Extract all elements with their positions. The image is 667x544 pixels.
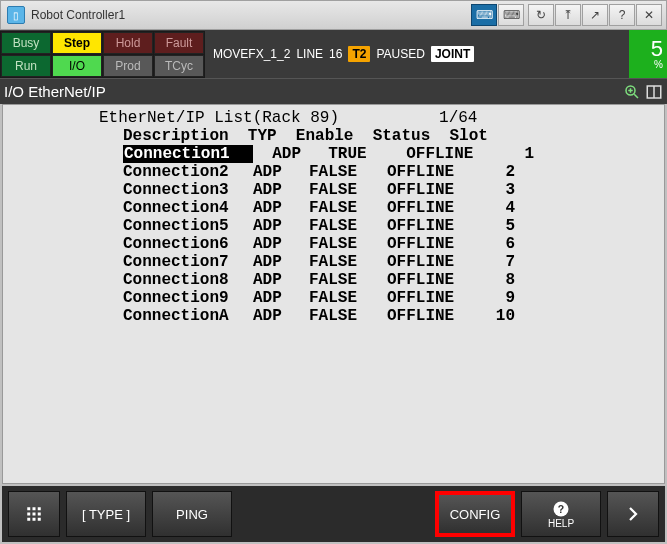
table-row[interactable]: Connection8ADPFALSEOFFLINE8 — [123, 271, 658, 289]
app-icon: ▯ — [7, 6, 25, 24]
svg-rect-10 — [33, 513, 36, 516]
row-type: ADP — [253, 253, 309, 271]
status-prod[interactable]: Prod — [103, 55, 153, 77]
row-description: ConnectionA — [123, 307, 253, 325]
external-icon[interactable]: ↗ — [582, 4, 608, 26]
row-status: OFFLINE — [387, 199, 477, 217]
row-slot: 9 — [477, 289, 515, 307]
speed-value: 5 — [651, 38, 663, 60]
help-icon[interactable]: ? — [609, 4, 635, 26]
row-description: Connection6 — [123, 235, 253, 253]
row-enable: TRUE — [328, 145, 406, 163]
row-status: OFFLINE — [387, 253, 477, 271]
status-header: Busy Step Hold Fault Run I/O Prod TCyc M… — [0, 30, 667, 78]
row-status: OFFLINE — [387, 235, 477, 253]
titlebar: ▯ Robot Controller1 ⌨ ⌨ ↻ ⤒ ↗ ? ✕ — [0, 0, 667, 30]
row-type: ADP — [253, 181, 309, 199]
zoom-icon[interactable] — [623, 83, 641, 101]
row-status: OFFLINE — [387, 271, 477, 289]
svg-rect-8 — [38, 507, 41, 510]
page-subheader: I/O EtherNet/IP — [0, 78, 667, 104]
list-title: EtherNet/IP List(Rack 89) — [99, 109, 339, 127]
column-headers: Description TYP Enable Status Slot — [123, 127, 658, 145]
row-description: Connection9 — [123, 289, 253, 307]
row-type: ADP — [253, 307, 309, 325]
svg-line-1 — [634, 94, 638, 98]
row-enable: FALSE — [309, 235, 387, 253]
status-fault[interactable]: Fault — [154, 32, 204, 54]
ping-button[interactable]: PING — [152, 491, 232, 537]
row-slot: 1 — [496, 145, 534, 163]
next-button[interactable] — [607, 491, 659, 537]
row-type: ADP — [253, 199, 309, 217]
svg-rect-12 — [27, 518, 30, 521]
menu-button[interactable] — [8, 491, 60, 537]
refresh-icon[interactable]: ↻ — [528, 4, 554, 26]
row-slot: 8 — [477, 271, 515, 289]
row-slot: 4 — [477, 199, 515, 217]
svg-rect-14 — [38, 518, 41, 521]
line-number: 16 — [329, 47, 342, 61]
speed-unit: % — [654, 60, 663, 70]
table-row[interactable]: Connection5ADPFALSEOFFLINE5 — [123, 217, 658, 235]
row-slot: 3 — [477, 181, 515, 199]
table-row[interactable]: Connection2ADPFALSEOFFLINE2 — [123, 163, 658, 181]
row-enable: FALSE — [309, 289, 387, 307]
status-io[interactable]: I/O — [52, 55, 102, 77]
table-row[interactable]: Connection9ADPFALSEOFFLINE9 — [123, 289, 658, 307]
table-row[interactable]: Connection3ADPFALSEOFFLINE3 — [123, 181, 658, 199]
run-state: PAUSED — [376, 47, 424, 61]
row-type: ADP — [253, 289, 309, 307]
teach-mode: T2 — [348, 46, 370, 62]
panel-layout-icon[interactable] — [645, 83, 663, 101]
table-row[interactable]: Connection7ADPFALSEOFFLINE7 — [123, 253, 658, 271]
table-row[interactable]: Connection6ADPFALSEOFFLINE6 — [123, 235, 658, 253]
table-row[interactable]: ConnectionAADPFALSEOFFLINE10 — [123, 307, 658, 325]
row-slot: 6 — [477, 235, 515, 253]
upload-icon[interactable]: ⤒ — [555, 4, 581, 26]
speed-indicator[interactable]: 5 % — [629, 30, 667, 78]
row-description: Connection3 — [123, 181, 253, 199]
row-enable: FALSE — [309, 307, 387, 325]
status-step[interactable]: Step — [52, 32, 102, 54]
table-row[interactable]: Connection1 ADPTRUEOFFLINE1 — [123, 145, 658, 163]
row-enable: FALSE — [309, 181, 387, 199]
row-status: OFFLINE — [387, 217, 477, 235]
status-grid: Busy Step Hold Fault Run I/O Prod TCyc — [0, 31, 205, 78]
type-button[interactable]: [ TYPE ] — [66, 491, 146, 537]
row-status: OFFLINE — [387, 307, 477, 325]
status-hold[interactable]: Hold — [103, 32, 153, 54]
status-busy[interactable]: Busy — [1, 32, 51, 54]
toolbar-keyboard-icon[interactable]: ⌨ — [498, 4, 524, 26]
page-title: I/O EtherNet/IP — [4, 83, 623, 100]
coord-mode: JOINT — [431, 46, 474, 62]
help-label: HELP — [548, 518, 574, 529]
svg-rect-7 — [33, 507, 36, 510]
row-slot: 7 — [477, 253, 515, 271]
toolbar-keypad-icon[interactable]: ⌨ — [471, 4, 497, 26]
row-slot: 5 — [477, 217, 515, 235]
row-description: Connection8 — [123, 271, 253, 289]
table-row[interactable]: Connection4ADPFALSEOFFLINE4 — [123, 199, 658, 217]
row-type: ADP — [253, 217, 309, 235]
config-button[interactable]: CONFIG — [435, 491, 515, 537]
row-enable: FALSE — [309, 217, 387, 235]
row-enable: FALSE — [309, 163, 387, 181]
table-body: Connection1 ADPTRUEOFFLINE1Connection2AD… — [9, 145, 658, 325]
line-label: LINE — [296, 47, 323, 61]
program-name: MOVEFX_1_2 — [213, 47, 290, 61]
status-run[interactable]: Run — [1, 55, 51, 77]
row-description: Connection5 — [123, 217, 253, 235]
row-status: OFFLINE — [387, 289, 477, 307]
svg-rect-13 — [33, 518, 36, 521]
row-description: Connection2 — [123, 163, 253, 181]
close-icon[interactable]: ✕ — [636, 4, 662, 26]
status-tcyc[interactable]: TCyc — [154, 55, 204, 77]
row-slot: 10 — [477, 307, 515, 325]
row-type: ADP — [253, 235, 309, 253]
help-button[interactable]: ? HELP — [521, 491, 601, 537]
row-type: ADP — [272, 145, 328, 163]
content-area: EtherNet/IP List(Rack 89) 1/64 Descripti… — [2, 104, 665, 484]
row-description: Connection1 — [123, 145, 253, 163]
row-status: OFFLINE — [387, 163, 477, 181]
